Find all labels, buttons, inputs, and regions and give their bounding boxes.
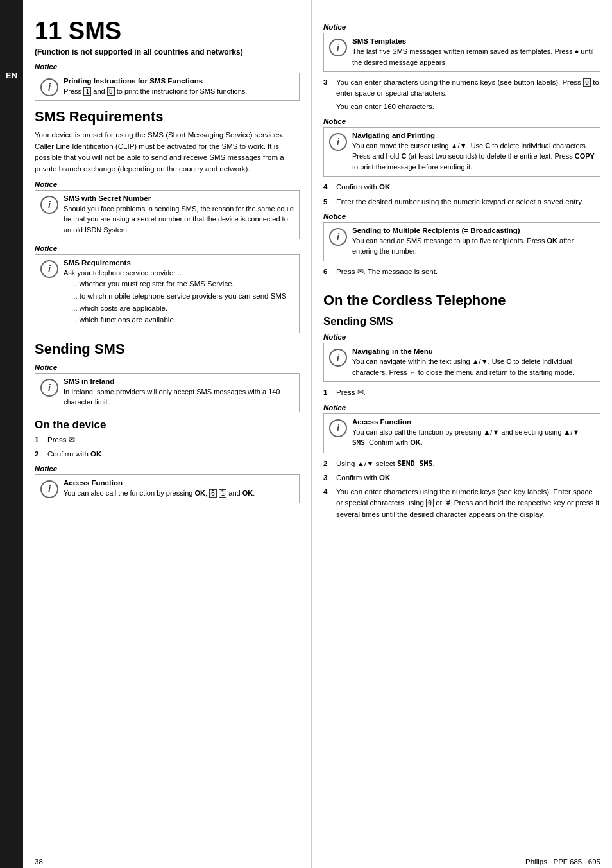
bullet-item: ... to which mobile telephone service pr… <box>71 291 294 302</box>
cordless-step-content-3: Confirm with OK. <box>336 473 600 483</box>
step-2: 2 Confirm with OK. <box>35 449 300 460</box>
info-icon-nav-menu: i <box>329 349 347 367</box>
notice-text-ireland: In Ireland, some providers will only acc… <box>64 386 294 408</box>
key-0: 0 <box>583 78 591 87</box>
language-bar: EN <box>0 0 23 868</box>
notice-content-access: Access Function You can also call the fu… <box>64 479 294 499</box>
cordless-step-content-4: You can enter characters using the numer… <box>336 487 600 520</box>
info-icon-secret: i <box>40 196 58 214</box>
cordless-step-4: 4 You can enter characters using the num… <box>323 487 600 520</box>
notice-inner-access: i Access Function You can also call the … <box>35 474 300 503</box>
cordless-step-num-1: 1 <box>323 387 334 398</box>
notice-content-sms-req: SMS Requirements Ask your telephone serv… <box>64 259 294 329</box>
notice-text-printing: Press 1 and 8 to print the instructions … <box>64 86 294 97</box>
notice-inner-multi: i Sending to Multiple Recipients (= Broa… <box>323 222 600 261</box>
info-icon-multi: i <box>329 228 347 246</box>
step-num-2: 2 <box>35 449 45 460</box>
notice-text-multi: You can send an SMS message to up to fiv… <box>352 236 595 257</box>
step-3-note: You can enter 160 characters. <box>336 101 600 112</box>
step-1: 1 Press ✉. <box>35 435 300 446</box>
notice-sms-req: Notice i SMS Requirements Ask your telep… <box>35 245 300 333</box>
on-device-heading: On the device <box>35 419 300 431</box>
notice-title-secret: SMS with Secret Number <box>64 195 294 202</box>
notice-content-printing: Printing Instructions for SMS Functions … <box>64 77 294 97</box>
cordless-step-1: 1 Press ✉. <box>323 387 600 398</box>
notice-title-access: Access Function <box>64 479 294 487</box>
notice-access: Notice i Access Function You can also ca… <box>35 465 300 503</box>
notice-inner-nav-print: i Navigating and Printing You can move t… <box>323 127 600 177</box>
footer-page-number: 38 <box>35 858 43 865</box>
notice-content-ireland: SMS in Ireland In Ireland, some provider… <box>64 378 294 408</box>
step-num-1: 1 <box>35 435 45 446</box>
notice-content-secret: SMS with Secret Number Should you face p… <box>64 195 294 236</box>
notice-title-sms-req: SMS Requirements <box>64 259 294 266</box>
notice-content-nav-menu: Navigating in the Menu You can navigate … <box>352 347 595 378</box>
cordless-step-3: 3 Confirm with OK. <box>323 473 600 483</box>
cordless-step-num-3: 3 <box>323 473 334 483</box>
bullet-item: ... which costs are applicable. <box>71 303 294 315</box>
notice-nav-menu: Notice i Navigating in the Menu You can … <box>323 333 600 382</box>
cordless-step-num-4: 4 <box>323 487 334 520</box>
key-1: 1 <box>83 87 91 96</box>
footer-product: Philips · PPF 685 · 695 <box>525 858 600 865</box>
key-6: 6 <box>209 489 217 498</box>
step-content-1: Press ✉. <box>47 435 300 446</box>
notice-access2: Notice i Access Function You can also ca… <box>323 404 600 453</box>
step-6: 6 Press ✉. The message is sent. <box>323 266 600 277</box>
step-content-3: You can enter characters using the numer… <box>336 77 600 112</box>
step-num-3: 3 <box>323 77 334 112</box>
notice-printing: Notice i Printing Instructions for SMS F… <box>35 63 300 101</box>
key-8: 8 <box>107 87 115 96</box>
cordless-step-2: 2 Using ▲/▼ select SEND SMS. <box>323 458 600 469</box>
cordless-step-num-2: 2 <box>323 458 334 469</box>
bullet-item: ... which functions are available. <box>71 315 294 326</box>
notice-label-access: Notice <box>35 465 300 473</box>
notice-label-secret: Notice <box>35 180 300 188</box>
notice-label-sms-req: Notice <box>35 245 300 252</box>
notice-label-ireland: Notice <box>35 363 300 371</box>
bullet-item: ... whether you must register for the SM… <box>71 279 294 290</box>
sms-req-bullets: ... whether you must register for the SM… <box>71 279 294 326</box>
notice-title-multi: Sending to Multiple Recipients (= Broadc… <box>352 227 595 234</box>
right-column: Notice i SMS Templates The last five SMS… <box>312 0 612 868</box>
sms-requirements-body: Your device is preset for using the SMS … <box>35 130 300 175</box>
key-hash: # <box>445 499 452 507</box>
notice-text-access2: You can also call the function by pressi… <box>352 427 595 449</box>
notice-inner-printing: i Printing Instructions for SMS Function… <box>35 73 300 101</box>
notice-content-templates: SMS Templates The last five SMS messages… <box>352 37 595 67</box>
notice-inner-nav-menu: i Navigating in the Menu You can navigat… <box>323 343 600 382</box>
left-column: 11 SMS (Function is not supported in all… <box>23 0 312 868</box>
section-divider <box>323 284 600 284</box>
info-icon: i <box>40 78 58 96</box>
step-content-4: Confirm with OK. <box>336 182 600 193</box>
sending-sms-sub: Sending SMS <box>323 315 600 328</box>
info-icon-sms-req: i <box>40 260 58 278</box>
info-icon-access: i <box>40 480 58 498</box>
notice-label-nav-print: Notice <box>323 117 600 125</box>
notice-inner-secret: i SMS with Secret Number Should you face… <box>35 190 300 240</box>
notice-text-nav-menu: You can navigate within the text using ▲… <box>352 356 595 378</box>
page: EN 11 SMS (Function is not supported in … <box>0 0 612 868</box>
notice-label-templates: Notice <box>323 23 600 31</box>
cordless-step-content-2: Using ▲/▼ select SEND SMS. <box>336 458 600 469</box>
info-icon-nav-print: i <box>329 133 347 151</box>
notice-title-nav-print: Navigating and Printing <box>352 132 595 139</box>
notice-title-ireland: SMS in Ireland <box>64 378 294 385</box>
step-5: 5 Enter the desired number using the num… <box>323 196 600 207</box>
info-icon-templates: i <box>329 39 347 56</box>
cordless-step-content-1: Press ✉. <box>336 387 600 398</box>
footer: 38 Philips · PPF 685 · 695 <box>23 855 612 868</box>
step-num-6: 6 <box>323 266 334 277</box>
step-content-2: Confirm with OK. <box>47 449 300 460</box>
notice-text-templates: The last five SMS messages written remai… <box>352 46 595 67</box>
page-subtitle: (Function is not supported in all countr… <box>35 48 300 56</box>
notice-ireland: Notice i SMS in Ireland In Ireland, some… <box>35 363 300 412</box>
sending-sms-heading: Sending SMS <box>35 341 300 358</box>
notice-title-access2: Access Function <box>352 418 595 426</box>
info-icon-ireland: i <box>40 379 58 397</box>
step-4: 4 Confirm with OK. <box>323 182 600 193</box>
step-3: 3 You can enter characters using the num… <box>323 77 600 112</box>
info-icon-access2: i <box>329 419 347 437</box>
notice-inner-ireland: i SMS in Ireland In Ireland, some provid… <box>35 373 300 412</box>
notice-secret: Notice i SMS with Secret Number Should y… <box>35 180 300 240</box>
